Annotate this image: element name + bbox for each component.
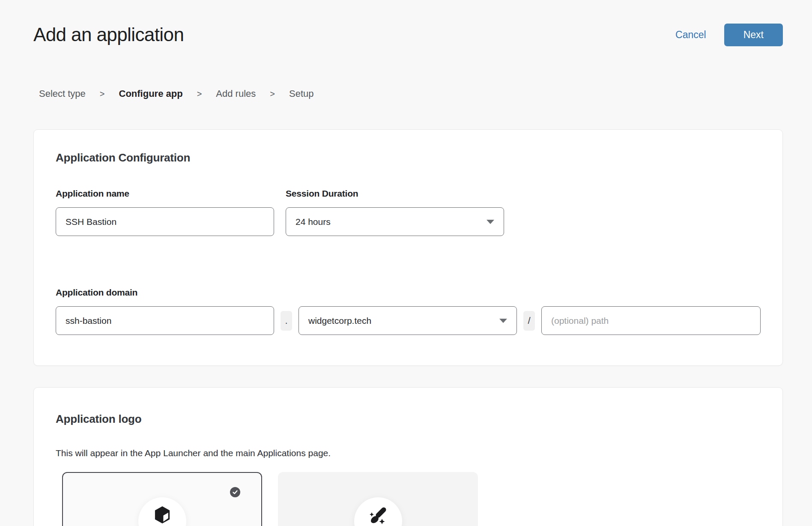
step-separator: > — [270, 89, 275, 99]
application-name-field: Application name — [56, 188, 274, 236]
wizard-steps: Select type > Configure app > Add rules … — [39, 88, 783, 99]
application-name-input[interactable] — [56, 207, 274, 236]
caret-down-icon — [499, 319, 507, 323]
cancel-button[interactable]: Cancel — [675, 29, 706, 41]
application-logo-card: Application logo This will appear in the… — [33, 387, 783, 526]
logo-option-default[interactable] — [62, 472, 262, 526]
step-add-rules[interactable]: Add rules — [216, 88, 256, 99]
dot-separator: . — [281, 311, 292, 331]
step-setup[interactable]: Setup — [289, 88, 314, 99]
session-duration-label: Session Duration — [286, 188, 504, 199]
domain-select[interactable]: widgetcorp.tech — [299, 306, 517, 335]
page-title: Add an application — [33, 24, 184, 45]
logo-preview-circle — [354, 497, 402, 526]
application-domain-row: . widgetcorp.tech / — [56, 306, 761, 335]
application-name-label: Application name — [56, 188, 274, 199]
application-domain-block: Application domain . widgetcorp.tech / — [56, 287, 761, 335]
path-input[interactable] — [541, 306, 761, 335]
application-configuration-card: Application Configuration Application na… — [33, 129, 783, 366]
step-separator: > — [197, 89, 202, 99]
session-duration-field: Session Duration 24 hours — [286, 188, 504, 236]
step-select-type[interactable]: Select type — [39, 88, 86, 99]
logo-preview-circle — [138, 497, 186, 526]
caret-down-icon — [487, 220, 494, 224]
application-logo-heading: Application logo — [56, 412, 761, 426]
application-domain-label: Application domain — [56, 287, 761, 298]
header-actions: Cancel Next — [675, 24, 783, 46]
name-session-row: Application name Session Duration 24 hou… — [56, 188, 761, 236]
domain-value: widgetcorp.tech — [308, 316, 371, 326]
add-application-page: Add an application Cancel Next Select ty… — [0, 0, 812, 526]
selected-check-badge — [230, 487, 240, 497]
paintbrush-icon — [368, 506, 388, 526]
cube-icon — [154, 506, 170, 524]
session-duration-value: 24 hours — [296, 217, 331, 227]
step-configure-app[interactable]: Configure app — [119, 88, 183, 99]
step-separator: > — [100, 89, 105, 99]
page-header: Add an application Cancel Next — [33, 21, 783, 49]
slash-separator: / — [523, 311, 535, 331]
logo-option-custom[interactable] — [278, 472, 478, 526]
session-duration-select[interactable]: 24 hours — [286, 207, 504, 236]
logo-options — [62, 472, 761, 526]
check-icon — [232, 489, 238, 495]
application-logo-description: This will appear in the App Launcher and… — [56, 448, 761, 458]
next-button[interactable]: Next — [724, 24, 783, 46]
subdomain-input[interactable] — [56, 306, 274, 335]
application-configuration-heading: Application Configuration — [56, 151, 761, 164]
